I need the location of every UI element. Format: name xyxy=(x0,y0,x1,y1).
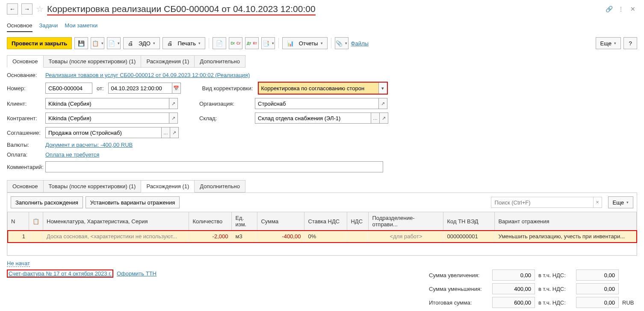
table-more-button[interactable]: Еще▾ xyxy=(608,196,633,208)
link-icon[interactable]: 🔗 xyxy=(605,5,613,13)
org-input[interactable] xyxy=(255,98,379,109)
post-and-close-button[interactable]: Провести и закрыть xyxy=(7,37,72,49)
formtab-diff-bot[interactable]: Расхождения (1) xyxy=(141,180,195,193)
cell-variant: Уменьшить реализацию, учесть при инвента… xyxy=(495,231,637,243)
doc1-button[interactable]: 📄 xyxy=(213,37,226,49)
doc-yellow-icon: 📑 xyxy=(263,40,269,47)
col-vatrate[interactable]: Ставка НДС xyxy=(304,212,347,231)
cell-n: 1 xyxy=(8,231,29,243)
sum-inc-field xyxy=(492,270,535,281)
number-input[interactable] xyxy=(45,83,92,94)
help-button[interactable]: ? xyxy=(623,37,637,49)
attach-button[interactable]: 📎▾ xyxy=(335,37,349,49)
search-clear-icon[interactable]: × xyxy=(594,197,602,208)
col-variant[interactable]: Вариант отражения xyxy=(495,212,637,231)
warehouse-label: Склад: xyxy=(199,115,255,121)
corr-type-select[interactable] xyxy=(259,83,378,94)
more-button[interactable]: Еще▾ xyxy=(596,37,621,49)
col-n[interactable]: N xyxy=(8,212,29,231)
comment-input[interactable] xyxy=(45,161,383,172)
calendar-icon[interactable]: 📅 xyxy=(172,83,181,94)
formtab-goods-top[interactable]: Товары (после корректировки) (1) xyxy=(43,55,142,68)
contractor-input[interactable] xyxy=(45,113,169,124)
table-search-input[interactable] xyxy=(491,197,594,208)
sum-inc-label: Сумма увеличения: xyxy=(429,272,489,278)
date-input[interactable] xyxy=(108,83,172,94)
formtab-extra-bot[interactable]: Дополнительно xyxy=(194,180,245,193)
favorite-star-icon[interactable]: ☆ xyxy=(36,4,44,14)
close-icon[interactable]: ✕ xyxy=(629,5,637,13)
formtab-main-top[interactable]: Основное xyxy=(7,55,44,68)
col-tnved[interactable]: Код ТН ВЭД xyxy=(443,212,495,231)
table-row[interactable]: 1 Доска сосновая, <характеристики не исп… xyxy=(8,231,637,243)
dropdown-icon[interactable]: ▾ xyxy=(378,83,387,94)
set-variants-button[interactable]: Установить варианты отражения xyxy=(86,196,180,208)
vat-dec-label: в т.ч. НДС: xyxy=(538,286,573,292)
cell-vat xyxy=(347,231,369,243)
cell-vatrate: 0% xyxy=(304,231,347,243)
currency-label: RUB xyxy=(622,299,637,306)
post-button[interactable]: 📋▾ xyxy=(91,37,104,49)
cell-dept: <для работ> xyxy=(369,231,443,243)
from-label: от: xyxy=(97,85,104,92)
open-icon[interactable]: ↗ xyxy=(169,98,178,109)
doc2-button[interactable]: 📑▾ xyxy=(261,37,275,49)
col-unit[interactable]: Ед. изм. xyxy=(232,212,257,231)
invoice-link[interactable]: Счет-фактура № 17 от 4 октября 2023 г. xyxy=(9,270,112,277)
ttn-link[interactable]: Оформить ТТН xyxy=(117,270,157,277)
open-icon[interactable]: ↗ xyxy=(169,113,178,124)
drcr1-button[interactable]: DrCr xyxy=(229,37,242,49)
col-vat[interactable]: НДС xyxy=(347,212,369,231)
more-menu-icon[interactable]: ⋮ xyxy=(617,5,625,13)
nav-back-button[interactable]: ← xyxy=(7,3,18,15)
payment-link[interactable]: Оплата не требуется xyxy=(45,151,99,158)
form-tabs-bottom: Основное Товары (после корректировки) (1… xyxy=(0,180,644,193)
post-icon: 📋 xyxy=(92,40,99,47)
org-label: Организация: xyxy=(199,101,255,107)
client-input[interactable] xyxy=(45,98,169,109)
basis-link[interactable]: Реализация товаров и услуг СБ00-000012 о… xyxy=(45,72,250,78)
cell-icon xyxy=(29,231,43,243)
open-icon[interactable]: ↗ xyxy=(380,113,388,124)
currency-link[interactable]: Документ и расчеты: -400,00 RUB xyxy=(45,142,133,148)
print-button[interactable]: 🖨 Печать▾ xyxy=(162,37,205,49)
col-qty[interactable]: Количество xyxy=(189,212,232,231)
doc-icon: 📄 xyxy=(216,40,223,47)
tab-main[interactable]: Основное xyxy=(7,20,32,32)
formtab-main-bot[interactable]: Основное xyxy=(7,180,44,193)
create-based-button[interactable]: 📄▾ xyxy=(107,37,121,49)
col-icon[interactable]: 📋 xyxy=(29,212,43,231)
cell-qty: -2,000 xyxy=(189,231,232,243)
not-started-link[interactable]: Не начат xyxy=(7,260,30,267)
ellipsis-icon[interactable]: … xyxy=(371,113,380,124)
col-sum[interactable]: Сумма xyxy=(257,212,304,231)
comment-label: Комментарий: xyxy=(7,164,45,170)
reports-button[interactable]: 📊 Отчеты▾ xyxy=(282,37,328,49)
vat-dec-field xyxy=(576,283,619,294)
tab-notes[interactable]: Мои заметки xyxy=(65,20,97,32)
diff-table-area: Заполнить расхождения Установить вариант… xyxy=(7,193,637,256)
ellipsis-icon[interactable]: … xyxy=(162,127,170,138)
agreement-input[interactable] xyxy=(45,127,162,138)
formtab-goods-bot[interactable]: Товары (после корректировки) (1) xyxy=(43,180,142,193)
save-button[interactable]: 💾 xyxy=(74,37,88,49)
formtab-diff-top[interactable]: Расхождения (1) xyxy=(141,55,195,68)
fill-diff-button[interactable]: Заполнить расхождения xyxy=(11,196,83,208)
col-nomenclature[interactable]: Номенклатура, Характеристика, Серия xyxy=(43,212,189,231)
dtkt-icon: Дт xyxy=(247,41,251,45)
warehouse-input[interactable] xyxy=(255,113,371,124)
col-dept[interactable]: Подразделение-отправи... xyxy=(369,212,443,231)
open-icon[interactable]: ↗ xyxy=(379,98,387,109)
drcr2-button[interactable]: ДтКт xyxy=(245,37,259,49)
basis-label: Основание: xyxy=(7,72,45,78)
nav-forward-button[interactable]: → xyxy=(21,3,32,15)
tab-tasks[interactable]: Задачи xyxy=(39,20,58,32)
formtab-extra-top[interactable]: Дополнительно xyxy=(194,55,245,68)
totals-block: Сумма увеличения: в т.ч. НДС: Сумма умен… xyxy=(429,270,637,311)
files-link[interactable]: Файлы xyxy=(351,40,369,47)
window-title: Корректировка реализации СБ00-000004 от … xyxy=(47,4,316,14)
edo-button[interactable]: 🖨 ЭДО▾ xyxy=(123,37,160,49)
edo-icon: 🖨 xyxy=(128,40,133,47)
diff-table: N 📋 Номенклатура, Характеристика, Серия … xyxy=(7,212,637,255)
open-icon[interactable]: ↗ xyxy=(170,127,179,138)
